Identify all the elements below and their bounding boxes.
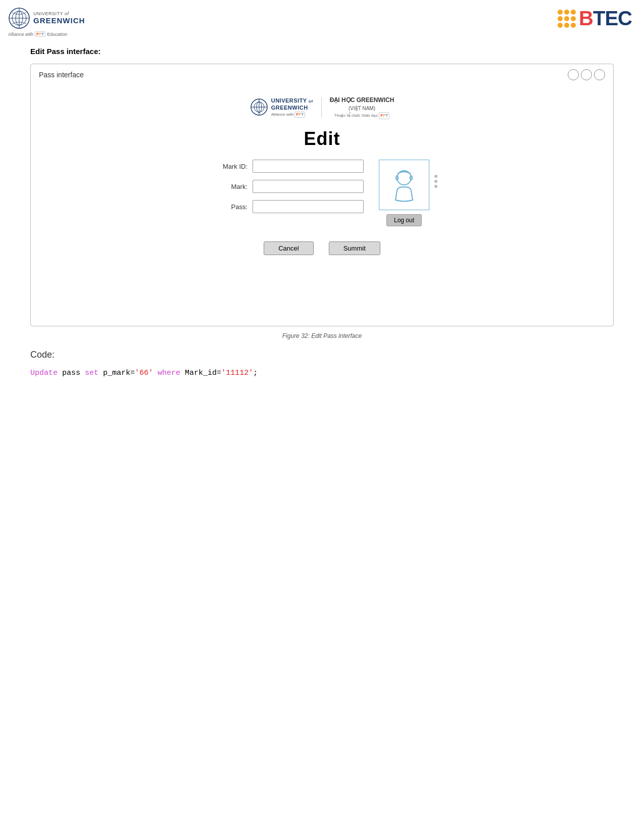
alliance-line: Alliance with FPT Education [8,31,85,37]
page-title: Edit Pass interface: [30,47,614,56]
avatar-area: Log out [379,160,429,226]
header-left-logos: UNIVERSITY of GREENWICH Alliance with FP… [8,7,85,37]
code-normal-2: p_mark= [98,369,135,377]
window-body: UNIVERSITY of GREENWICH Alliance with FP… [31,85,613,275]
code-label: Code: [30,350,614,360]
logout-button[interactable]: Log out [386,214,422,226]
code-keyword-set: set [85,369,98,377]
inner-fpt-badge: FPT [294,112,305,118]
edit-heading: Edit [304,128,340,150]
window-maximize-button[interactable] [581,69,592,80]
summit-button[interactable]: Summit [329,241,380,255]
window-titlebar: Pass interface [31,64,613,85]
avatar-icon [384,165,424,205]
pass-row: Pass: [215,200,364,213]
avatar-frame [379,160,429,210]
code-normal-4: Mark_id= [180,369,221,377]
code-normal-1: pass [58,369,85,377]
uog-greenwich-label: GREENWICH [33,17,85,25]
code-section: Code: Update pass set p_mark='66' where … [30,350,614,381]
mark-row: Mark: [215,180,364,193]
code-keyword-where: where [158,369,180,377]
form-fields: Mark ID: Mark: Pass: [215,160,364,213]
window-minimize-button[interactable] [568,69,579,80]
btec-logo: BTEC [558,7,632,30]
inner-uni-right-text: ĐẠI HỌC GREENWICH (VIỆT NAM) Thuộc tổ ch… [330,95,394,119]
fpt-badge: FPT [35,31,45,37]
code-block: Update pass set p_mark='66' where Mark_i… [30,365,614,381]
inner-fpt-badge2: FPT [379,112,389,119]
sidebar-dots [434,175,437,188]
form-area: Mark ID: Mark: Pass: [51,160,593,226]
btec-text: BTEC [579,7,632,30]
cancel-button[interactable]: Cancel [264,241,313,255]
vn-sub: (VIỆT NAM) [330,105,394,112]
window-title: Pass interface [39,71,84,79]
uog-logo: UNIVERSITY of GREENWICH [8,7,85,29]
inner-uog-emblem-icon [250,98,268,116]
code-string-2: '11112' [221,369,253,377]
window-close-button[interactable] [594,69,605,80]
sidebar-dot [434,180,437,183]
mark-input[interactable] [253,180,364,193]
pass-label: Pass: [215,203,247,211]
page-section: Edit Pass interface: Pass interface [0,42,644,381]
window-box: Pass interface [30,64,614,326]
code-normal-3 [153,369,158,377]
mark-id-input[interactable] [253,160,364,173]
inner-uni-left: UNIVERSITY of GREENWICH Alliance with FP… [250,97,313,118]
code-keyword-update: Update [30,369,58,377]
page-header: UNIVERSITY of GREENWICH Alliance with FP… [0,0,644,42]
sidebar-dot [434,185,437,188]
window-controls [568,69,605,80]
mark-id-row: Mark ID: [215,160,364,173]
uog-text-block: UNIVERSITY of GREENWICH [33,12,85,25]
inner-uni-header: UNIVERSITY of GREENWICH Alliance with FP… [250,95,394,119]
mark-id-label: Mark ID: [215,163,247,170]
action-buttons: Cancel Summit [264,241,380,255]
pass-input[interactable] [253,200,364,213]
vn-name: ĐẠI HỌC GREENWICH [330,95,394,105]
inner-uni-left-text: UNIVERSITY of GREENWICH Alliance with FP… [271,97,313,118]
sidebar-dot [434,175,437,178]
thuoc-line: Thuộc tổ chức Giáo dục FPT [330,112,394,119]
code-semicolon: ; [253,369,258,377]
uog-emblem-icon [8,7,30,29]
mark-label: Mark: [215,183,247,190]
btec-dots-icon [558,10,576,28]
header-divider [321,97,322,118]
figure-caption: Figure 32: Edit Pass interface [30,332,614,339]
code-string-1: '66' [135,369,153,377]
